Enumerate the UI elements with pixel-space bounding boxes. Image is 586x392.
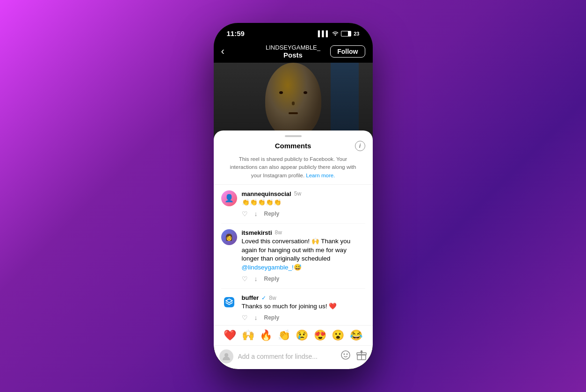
status-bar: 11:59 ▌▌▌ 23 <box>214 23 373 40</box>
comment-time: 5w <box>294 190 301 197</box>
status-time: 11:59 <box>227 29 245 37</box>
phone-wrapper: 11:59 ▌▌▌ 23 <box>214 23 373 369</box>
comment-content: mannequinsocial 5w 👏👏👏👏👏 ♡ ↓ Reply <box>242 190 365 218</box>
status-icons: ▌▌▌ 23 <box>318 30 360 37</box>
comment-header: itsmekirsti 8w <box>242 229 365 236</box>
emoji-heart-eyes[interactable]: 😍 <box>314 329 326 341</box>
comment-time: 8w <box>269 295 276 301</box>
emoji-clap[interactable]: 👏 <box>278 329 290 341</box>
phone-screen: 11:59 ▌▌▌ 23 <box>214 23 373 369</box>
dislike-icon[interactable]: ↓ <box>254 210 258 218</box>
avatar-itsmekirsti[interactable]: 👩 <box>221 229 237 245</box>
svg-point-1 <box>224 353 228 357</box>
panel-title: Comments <box>275 142 311 150</box>
current-user-avatar <box>219 349 233 363</box>
panel-notice: This reel is shared publicly to Facebook… <box>214 153 373 184</box>
comment-text: 👏👏👏👏👏 <box>242 198 365 207</box>
reply-button[interactable]: Reply <box>264 211 280 217</box>
phone-frame: 11:59 ▌▌▌ 23 <box>214 23 373 369</box>
wifi-icon <box>332 30 339 37</box>
comment-input-bar <box>214 345 373 369</box>
emoji-laugh[interactable]: 😂 <box>350 329 362 341</box>
emoji-raised-hands[interactable]: 🙌 <box>242 329 254 341</box>
comment-username[interactable]: itsmekirsti <box>242 229 272 236</box>
comment-content: itsmekirsti 8w Loved this conversation! … <box>242 229 365 283</box>
nav-center: LINDSEYGAMBLE_ Posts <box>266 44 320 59</box>
emoji-picker-button[interactable] <box>340 349 351 363</box>
avatar-image <box>221 294 237 310</box>
like-icon[interactable]: ♡ <box>242 275 248 283</box>
dislike-icon[interactable]: ↓ <box>254 314 258 321</box>
like-icon[interactable]: ♡ <box>242 210 248 218</box>
follow-button[interactable]: Follow <box>330 45 365 58</box>
comment-actions: ♡ ↓ Reply <box>242 275 365 283</box>
avatar-image: 👤 <box>221 190 237 206</box>
comments-scroll[interactable]: 👤 mannequinsocial 5w 👏👏👏👏👏 ♡ ↓ <box>214 185 373 325</box>
emoji-surprised[interactable]: 😮 <box>332 329 344 341</box>
svg-point-3 <box>344 354 345 355</box>
emoji-heart[interactable]: ❤️ <box>224 329 236 341</box>
nav-bar: ‹ LINDSEYGAMBLE_ Posts Follow <box>214 40 373 63</box>
home-indicator <box>263 362 324 364</box>
comment-time: 8w <box>275 229 282 236</box>
comment-username[interactable]: buffer <box>242 294 259 301</box>
battery-icon <box>341 31 351 36</box>
comment-text: Thanks so much for joining us! ❤️ <box>242 302 365 311</box>
comment-actions: ♡ ↓ Reply <box>242 210 365 218</box>
comments-panel: Comments i This reel is shared publicly … <box>214 131 373 369</box>
comment-actions: ♡ ↓ Reply <box>242 314 365 321</box>
learn-more-link[interactable]: Learn more. <box>306 173 335 178</box>
comment-header: mannequinsocial 5w <box>242 190 365 197</box>
reply-button[interactable]: Reply <box>264 314 280 321</box>
avatar-buffer[interactable] <box>221 294 237 310</box>
svg-point-4 <box>347 354 347 355</box>
comment-item: 👩 itsmekirsti 8w Loved this conversation… <box>221 224 365 289</box>
dislike-icon[interactable]: ↓ <box>254 275 258 283</box>
panel-header: Comments i <box>214 137 373 153</box>
emoji-cry[interactable]: 😢 <box>296 329 308 341</box>
emoji-reactions-bar: ❤️ 🙌 🔥 👏 😢 😍 😮 😂 <box>214 325 373 345</box>
like-icon[interactable]: ♡ <box>242 314 248 321</box>
emoji-fire[interactable]: 🔥 <box>260 329 272 341</box>
comment-item: 👤 mannequinsocial 5w 👏👏👏👏👏 ♡ ↓ <box>221 185 365 224</box>
comment-mention[interactable]: @lindseygamble_! <box>242 264 294 271</box>
reply-button[interactable]: Reply <box>264 276 280 282</box>
comment-text: Loved this conversation! 🙌 Thank you aga… <box>242 237 365 273</box>
comment-input[interactable] <box>238 353 335 360</box>
nav-title: Posts <box>266 51 320 59</box>
comment-content: buffer ✓ 8w Thanks so much for joining u… <box>242 294 365 321</box>
comment-item: buffer ✓ 8w Thanks so much for joining u… <box>221 289 365 325</box>
avatar-image: 👩 <box>221 229 237 245</box>
info-icon[interactable]: i <box>355 141 365 151</box>
avatar-mannequinsocial[interactable]: 👤 <box>221 190 237 206</box>
battery-percent: 23 <box>354 31 359 36</box>
person-face <box>265 63 321 138</box>
battery-fill <box>341 31 348 36</box>
nav-username: LINDSEYGAMBLE_ <box>266 44 320 51</box>
comment-header: buffer ✓ 8w <box>242 294 365 301</box>
gift-button[interactable] <box>356 350 367 363</box>
comment-username[interactable]: mannequinsocial <box>242 190 291 197</box>
verified-badge: ✓ <box>261 295 266 301</box>
back-button[interactable]: ‹ <box>221 45 224 58</box>
signal-icon: ▌▌▌ <box>318 30 330 37</box>
svg-point-2 <box>341 351 350 359</box>
dynamic-island <box>272 29 314 42</box>
